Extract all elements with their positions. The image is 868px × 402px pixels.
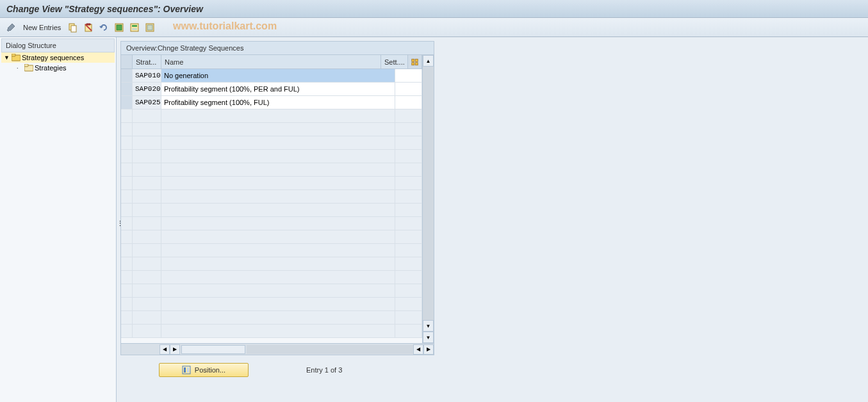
cell-empty[interactable] <box>133 230 161 243</box>
cell-empty[interactable] <box>133 284 161 297</box>
cell-empty[interactable] <box>395 217 422 230</box>
cell-empty[interactable] <box>121 123 133 136</box>
cell-empty[interactable] <box>161 177 395 189</box>
cell-empty[interactable] <box>395 257 422 270</box>
cell-empty[interactable] <box>121 150 133 163</box>
cell-empty[interactable] <box>161 217 395 230</box>
cell-empty[interactable] <box>121 284 133 297</box>
cell-empty[interactable] <box>161 136 395 149</box>
table-row-empty[interactable] <box>121 284 422 298</box>
cell-empty[interactable] <box>133 204 161 216</box>
cell-empty[interactable] <box>121 257 133 270</box>
cell-empty[interactable] <box>133 123 161 136</box>
tree-item-strategy-sequences[interactable]: ▼ Strategy sequences <box>1 52 115 63</box>
table-row-empty[interactable] <box>121 163 422 177</box>
cell-empty[interactable] <box>395 284 422 297</box>
scroll-thumb[interactable] <box>181 345 245 354</box>
cell-empty[interactable] <box>161 271 395 284</box>
table-row-empty[interactable] <box>121 136 422 150</box>
cell-empty[interactable] <box>133 271 161 284</box>
cell-empty[interactable] <box>161 244 395 257</box>
cell-sett[interactable] <box>395 69 422 82</box>
deselect-all-icon[interactable] <box>144 22 156 33</box>
table-row[interactable]: SAP025Profitability segment (100%, FUL) <box>121 96 422 109</box>
table-row-empty[interactable] <box>121 325 422 338</box>
scroll-left-icon[interactable]: ◀ <box>413 344 423 355</box>
cell-name[interactable]: Profitability segment (100%, PER and FUL… <box>161 83 395 95</box>
cell-empty[interactable] <box>133 136 161 149</box>
cell-empty[interactable] <box>161 325 395 337</box>
resize-handle[interactable]: ⋮ <box>117 220 119 239</box>
cell-empty[interactable] <box>395 177 422 189</box>
cell-empty[interactable] <box>395 325 422 337</box>
undo-icon[interactable] <box>98 22 110 33</box>
table-row-empty[interactable] <box>121 217 422 230</box>
cell-empty[interactable] <box>395 109 422 122</box>
scroll-left-icon[interactable]: ◀ <box>160 344 170 355</box>
cell-empty[interactable] <box>161 163 395 176</box>
cell-empty[interactable] <box>133 325 161 337</box>
cell-empty[interactable] <box>161 150 395 163</box>
column-header-strat[interactable]: Strat... <box>133 55 161 68</box>
cell-empty[interactable] <box>121 230 133 243</box>
cell-empty[interactable] <box>395 150 422 163</box>
scroll-track[interactable] <box>423 67 434 320</box>
cell-empty[interactable] <box>161 311 395 324</box>
row-selector[interactable] <box>121 83 133 95</box>
cell-empty[interactable] <box>161 298 395 310</box>
cell-empty[interactable] <box>395 136 422 149</box>
cell-empty[interactable] <box>395 311 422 324</box>
scroll-up-icon[interactable]: ▲ <box>423 55 434 67</box>
cell-empty[interactable] <box>395 244 422 257</box>
cell-empty[interactable] <box>395 298 422 310</box>
cell-empty[interactable] <box>395 163 422 176</box>
cell-empty[interactable] <box>395 271 422 284</box>
cell-empty[interactable] <box>161 230 395 243</box>
scroll-down-icon[interactable]: ▼ <box>423 320 434 332</box>
cell-empty[interactable] <box>161 257 395 270</box>
cell-empty[interactable] <box>121 136 133 149</box>
table-row-empty[interactable] <box>121 123 422 136</box>
tree-item-strategies[interactable]: · Strategies <box>1 63 115 73</box>
cell-empty[interactable] <box>161 109 395 122</box>
table-row-empty[interactable] <box>121 230 422 244</box>
table-row-empty[interactable] <box>121 271 422 284</box>
table-row-empty[interactable] <box>121 109 422 123</box>
cell-empty[interactable] <box>133 311 161 324</box>
table-row-empty[interactable] <box>121 177 422 190</box>
copy-icon[interactable] <box>67 22 79 33</box>
cell-empty[interactable] <box>133 257 161 270</box>
cell-empty[interactable] <box>395 204 422 216</box>
cell-strat[interactable]: SAP010 <box>133 69 161 82</box>
horizontal-scrollbar[interactable]: ◀ ▶ ◀ ▶ <box>121 343 434 355</box>
cell-empty[interactable] <box>161 204 395 216</box>
table-row-empty[interactable] <box>121 257 422 271</box>
column-header-sett[interactable]: Sett.... <box>381 55 408 68</box>
cell-empty[interactable] <box>133 298 161 310</box>
cell-name[interactable]: Profitability segment (100%, FUL) <box>161 96 395 109</box>
cell-empty[interactable] <box>121 244 133 257</box>
cell-strat[interactable]: SAP020 <box>133 83 161 95</box>
cell-empty[interactable] <box>133 217 161 230</box>
scroll-right-icon[interactable]: ▶ <box>423 344 434 355</box>
cell-sett[interactable] <box>395 96 422 109</box>
scroll-right-icon[interactable]: ▶ <box>170 344 180 355</box>
vertical-scrollbar[interactable]: ▲ ▼ ▼ <box>422 55 434 343</box>
column-header-name[interactable]: Name <box>161 55 381 68</box>
cell-empty[interactable] <box>133 150 161 163</box>
scroll-down-icon[interactable]: ▼ <box>423 332 434 343</box>
cell-empty[interactable] <box>395 123 422 136</box>
cell-empty[interactable] <box>133 163 161 176</box>
cell-empty[interactable] <box>161 284 395 297</box>
tree-expand-icon[interactable]: ▼ <box>4 54 10 61</box>
cell-empty[interactable] <box>121 177 133 189</box>
cell-sett[interactable] <box>395 83 422 95</box>
column-selector[interactable] <box>121 55 133 68</box>
cell-empty[interactable] <box>121 298 133 310</box>
cell-empty[interactable] <box>133 109 161 122</box>
table-row[interactable]: SAP010No generation <box>121 69 422 83</box>
cell-empty[interactable] <box>121 190 133 203</box>
cell-strat[interactable]: SAP025 <box>133 96 161 109</box>
table-row-empty[interactable] <box>121 298 422 311</box>
cell-empty[interactable] <box>161 123 395 136</box>
